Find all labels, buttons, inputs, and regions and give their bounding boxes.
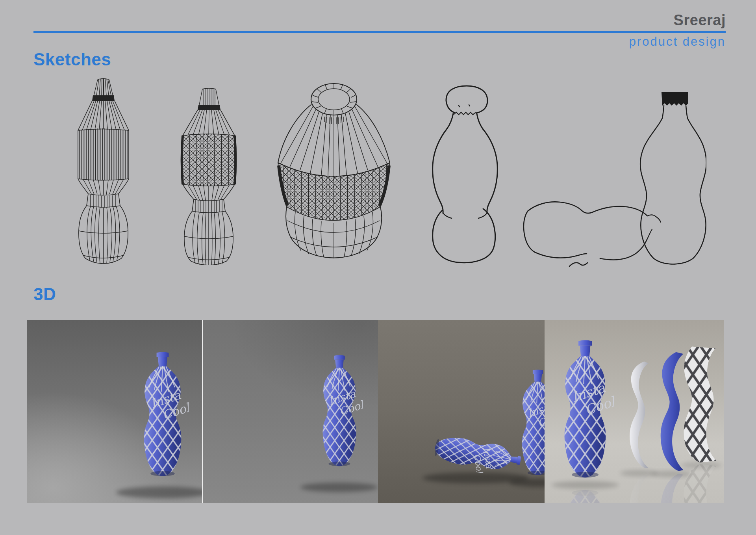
sketch-wireframe-bottle-3 xyxy=(275,79,391,264)
floor-shadow xyxy=(300,483,378,492)
standing-neck xyxy=(662,106,687,118)
render-standing-art xyxy=(203,320,378,503)
render-panel-exploded xyxy=(545,320,724,503)
shoulder-radials xyxy=(188,110,230,135)
reflection-bottle xyxy=(565,490,618,503)
cap-dots xyxy=(459,105,470,107)
standing-cap xyxy=(662,92,688,106)
bulge-lines xyxy=(87,206,120,264)
cylinder-outline xyxy=(78,129,129,180)
render-pair-art xyxy=(378,320,545,503)
render-panel-standing xyxy=(203,320,378,503)
bulge-lines xyxy=(193,212,225,265)
lower-bulge xyxy=(433,209,495,263)
band-outline xyxy=(87,194,120,207)
lying-left-end xyxy=(524,211,535,252)
designer-name: Sreeraj xyxy=(33,12,726,29)
cap-band xyxy=(92,95,115,101)
lying-top-contour xyxy=(528,202,647,216)
waist-radials xyxy=(83,179,124,195)
shoulder-radials xyxy=(280,106,387,176)
cap-outline xyxy=(94,78,113,129)
neck xyxy=(447,113,483,129)
cap-band xyxy=(198,105,220,110)
sketches-section-title: Sketches xyxy=(33,50,111,69)
threed-section-title: 3D xyxy=(33,284,56,304)
cylinder-lines xyxy=(80,128,127,180)
cap-serration xyxy=(454,112,475,115)
waist-radials xyxy=(188,185,230,201)
header-rule xyxy=(33,31,726,33)
render-exploded-art xyxy=(545,320,724,503)
cap-lines xyxy=(96,78,111,95)
lying-bottom-contour xyxy=(535,252,587,258)
render-panel-pair xyxy=(378,320,545,503)
designer-subtitle: product design xyxy=(33,35,726,49)
band-ticks xyxy=(195,200,222,213)
lying-squiggle xyxy=(569,263,587,266)
sketch-wireframe-bottle-2 xyxy=(177,87,239,265)
sketch-wireframe-bottle-1 xyxy=(75,77,132,264)
mesh-band xyxy=(183,134,235,186)
bottle-render xyxy=(323,355,366,466)
lying-right-contour xyxy=(600,240,647,260)
reflection-blue-shell xyxy=(661,474,684,503)
waist-marks xyxy=(443,213,487,218)
cap-lines xyxy=(203,88,215,105)
standing-body xyxy=(640,118,706,264)
floor-shadow-bottle xyxy=(552,481,619,489)
render-hero-art xyxy=(27,320,202,503)
body xyxy=(433,129,498,213)
net-shell-item xyxy=(684,347,717,463)
band-ticks xyxy=(91,195,115,208)
white-shell-item xyxy=(630,362,649,468)
bottle-render-complete xyxy=(565,340,618,478)
reflection-net-shell xyxy=(684,464,717,503)
blue-shell-item xyxy=(661,352,684,471)
sketch-two-bottles xyxy=(523,90,706,272)
render-panel-hero xyxy=(27,320,203,503)
lying-neck-marks xyxy=(647,215,661,240)
dome-arcs xyxy=(287,221,380,247)
cap-outline xyxy=(446,86,487,113)
bottle-render-standing xyxy=(522,370,545,475)
render-strip xyxy=(27,320,724,503)
floor-shadow-blue xyxy=(651,471,692,477)
reflection-white-shell xyxy=(630,475,649,503)
bottle-render xyxy=(144,352,193,476)
sketch-outline-bottle xyxy=(430,84,501,264)
mouth-inner xyxy=(318,89,350,110)
portfolio-page: Sreeraj product design Sketches 3D xyxy=(0,0,756,535)
floor-shadow xyxy=(116,487,202,498)
